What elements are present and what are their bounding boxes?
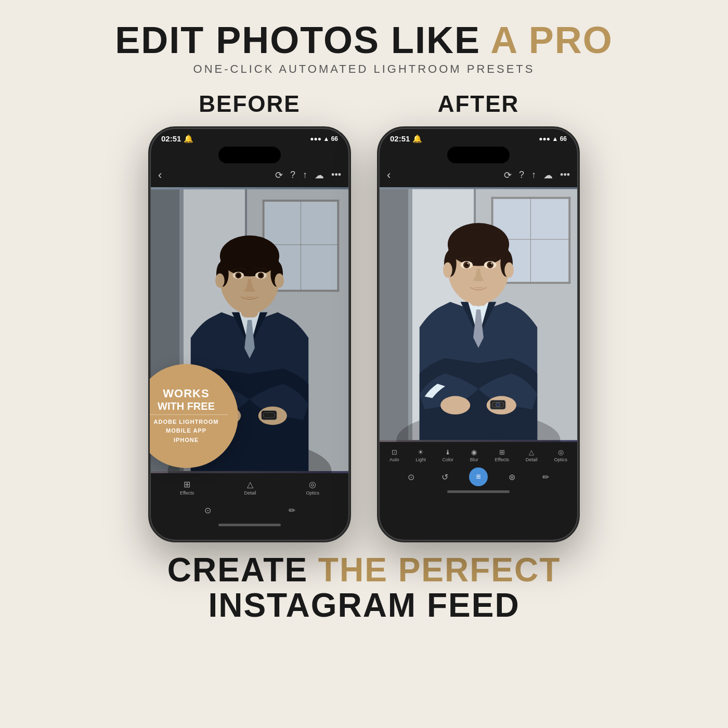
- badge-works: WORKS: [163, 387, 209, 400]
- before-column: BEFORE 02:51 🔔 ●●● ▲ 66 ‹ ⟳ ? ↑ ☁ •••: [148, 91, 351, 542]
- before-dynamic-island: [218, 147, 281, 163]
- badge-with-free: WITH FREE: [158, 400, 215, 412]
- after-effects-label: Effects: [495, 457, 509, 462]
- before-detail-label: Detail: [244, 490, 256, 496]
- before-history-icon[interactable]: ⟳: [275, 170, 283, 181]
- after-icons-row2: ⊙ ↺ ≡ ⊛ ✏: [379, 464, 578, 487]
- before-share-icon[interactable]: ↑: [303, 170, 307, 181]
- before-tool-effects[interactable]: ⊞ Effects: [180, 479, 194, 496]
- after-btn5[interactable]: ✏: [537, 467, 555, 486]
- before-tool-detail[interactable]: △ Detail: [244, 479, 256, 496]
- footer-line2: INSTAGRAM FEED: [167, 588, 561, 623]
- header-subtitle: ONE-CLICK AUTOMATED LIGHTROOM PRESETS: [115, 63, 613, 75]
- after-btn3-active[interactable]: ≡: [469, 467, 488, 486]
- after-tool-effects[interactable]: ⊞ Effects: [495, 448, 509, 462]
- after-auto-label: Auto: [389, 457, 399, 462]
- before-optics-label: Optics: [306, 490, 319, 496]
- after-blur-label: Blur: [470, 457, 478, 462]
- after-detail-icon: △: [529, 448, 534, 456]
- before-optics-icon: ◎: [309, 479, 316, 489]
- after-auto-icon: ⊡: [392, 448, 397, 456]
- before-heal-btn[interactable]: ✏: [282, 501, 301, 519]
- after-light-label: Light: [415, 457, 426, 462]
- before-crop-btn[interactable]: ⊙: [198, 501, 217, 519]
- after-back-button[interactable]: ‹: [387, 168, 391, 182]
- header: EDIT PHOTOS LIKE A PRO ONE-CLICK AUTOMAT…: [115, 20, 613, 75]
- footer: CREATE THE PERFECT INSTAGRAM FEED: [167, 553, 561, 622]
- after-btn2[interactable]: ↺: [435, 467, 454, 486]
- main-headline: EDIT PHOTOS LIKE A PRO: [115, 20, 613, 61]
- after-btn1[interactable]: ⊙: [401, 467, 420, 486]
- after-blur-icon: ◉: [471, 448, 477, 456]
- after-light-icon: ☀: [418, 448, 424, 456]
- after-time: 02:51 🔔: [390, 134, 422, 144]
- after-more-icon[interactable]: •••: [560, 170, 570, 181]
- after-lr-bottom: ⊡ Auto ☀ Light 🌡 Color ◉ Blur: [379, 442, 578, 503]
- badge-adobe-text: ADOBE LIGHTROOMMOBILE APPIPHONE: [154, 418, 219, 445]
- after-tool-optics[interactable]: ◎ Optics: [554, 448, 568, 462]
- after-tool-detail[interactable]: △ Detail: [526, 448, 538, 462]
- after-status-bar: 02:51 🔔 ●●● ▲ 66: [379, 128, 578, 144]
- after-home-indicator: [447, 490, 510, 493]
- before-lr-bottom: ⊞ Effects △ Detail ◎ Optics ⊙ ✏: [150, 473, 349, 537]
- before-status-bar: 02:51 🔔 ●●● ▲ 66: [150, 128, 349, 144]
- before-label: BEFORE: [199, 91, 300, 117]
- before-phone-frame: 02:51 🔔 ●●● ▲ 66 ‹ ⟳ ? ↑ ☁ •••: [148, 126, 351, 542]
- before-back-button[interactable]: ‹: [158, 168, 162, 182]
- before-help-icon[interactable]: ?: [290, 170, 295, 181]
- footer-line1: CREATE THE PERFECT: [167, 553, 561, 588]
- footer-perfect: THE PERFECT: [318, 551, 561, 589]
- after-cloud-icon[interactable]: ☁: [543, 170, 553, 181]
- before-tool-optics[interactable]: ◎ Optics: [306, 479, 319, 496]
- after-tools-row: ⊡ Auto ☀ Light 🌡 Color ◉ Blur: [379, 446, 578, 464]
- after-optics-icon: ◎: [558, 448, 564, 456]
- after-history-icon[interactable]: ⟳: [504, 170, 512, 181]
- before-icons-row2: ⊙ ✏: [150, 498, 349, 521]
- svg-rect-66: [379, 189, 578, 440]
- headline-gold: A PRO: [490, 19, 613, 61]
- before-effects-icon: ⊞: [184, 479, 190, 489]
- before-topbar-icons: ⟳ ? ↑ ☁ •••: [275, 170, 341, 181]
- before-detail-icon: △: [247, 479, 253, 489]
- after-tool-color[interactable]: 🌡 Color: [443, 448, 454, 462]
- badge-free: FREE: [187, 400, 215, 412]
- after-detail-label: Detail: [526, 457, 538, 462]
- footer-create: CREATE: [167, 551, 318, 589]
- after-status-icons: ●●● ▲ 66: [539, 135, 567, 142]
- after-color-label: Color: [443, 457, 454, 462]
- after-phone-frame: 02:51 🔔 ●●● ▲ 66 ‹ ⟳ ? ↑ ☁ •••: [377, 126, 580, 542]
- after-effects-icon: ⊞: [499, 448, 505, 456]
- after-tool-light[interactable]: ☀ Light: [415, 448, 426, 462]
- before-cloud-icon[interactable]: ☁: [315, 170, 324, 181]
- after-column: AFTER 02:51 🔔 ●●● ▲ 66 ‹ ⟳ ? ↑ ☁ •••: [377, 91, 580, 542]
- before-tools-row: ⊞ Effects △ Detail ◎ Optics: [150, 477, 349, 498]
- after-photo-area: [379, 187, 578, 442]
- before-time: 02:51 🔔: [161, 134, 193, 144]
- badge-divider: [148, 414, 228, 415]
- after-optics-label: Optics: [554, 457, 568, 462]
- after-label: AFTER: [438, 91, 519, 117]
- after-color-icon: 🌡: [445, 448, 451, 456]
- after-tool-auto[interactable]: ⊡ Auto: [389, 448, 399, 462]
- before-home-indicator: [218, 524, 281, 526]
- before-effects-label: Effects: [180, 490, 194, 496]
- after-portrait-svg: [379, 187, 578, 442]
- after-topbar-icons: ⟳ ? ↑ ☁ •••: [504, 170, 570, 181]
- after-share-icon[interactable]: ↑: [531, 170, 536, 181]
- after-help-icon[interactable]: ?: [519, 170, 524, 181]
- before-lr-topbar: ‹ ⟳ ? ↑ ☁ •••: [150, 163, 349, 187]
- headline-black: EDIT PHOTOS LIKE: [115, 19, 490, 61]
- after-dynamic-island: [447, 147, 510, 163]
- before-status-icons: ●●● ▲ 66: [310, 135, 338, 142]
- before-more-icon[interactable]: •••: [331, 170, 341, 181]
- after-tool-blur[interactable]: ◉ Blur: [470, 448, 478, 462]
- after-lr-topbar: ‹ ⟳ ? ↑ ☁ •••: [379, 163, 578, 187]
- after-btn4[interactable]: ⊛: [503, 467, 522, 486]
- phones-section: BEFORE 02:51 🔔 ●●● ▲ 66 ‹ ⟳ ? ↑ ☁ •••: [148, 91, 580, 542]
- badge-with: WITH: [158, 400, 187, 412]
